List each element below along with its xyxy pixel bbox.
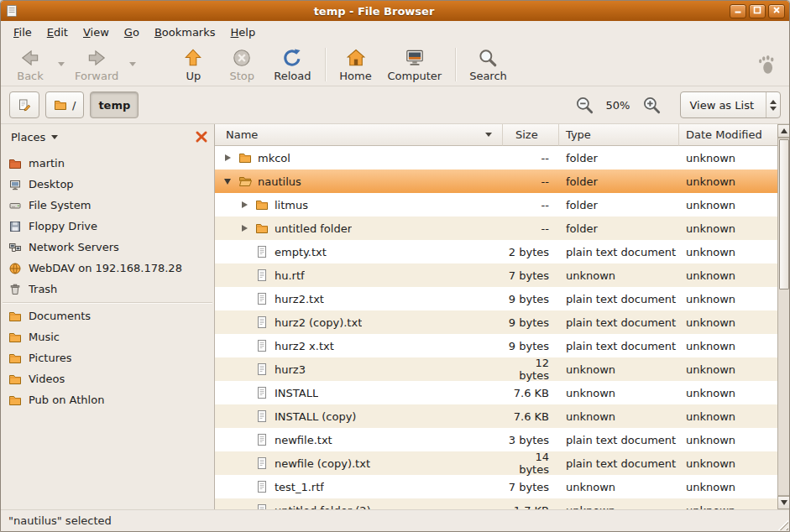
column-header-type[interactable]: Type: [559, 124, 679, 146]
chevron-down-icon: [129, 62, 136, 66]
zoom-out-button[interactable]: [573, 94, 595, 116]
table-row-litmus[interactable]: litmus--folderunknown: [215, 193, 777, 216]
file-rows: mkcol--folderunknownnautilus--folderunkn…: [215, 146, 777, 509]
table-row-test-1-rtf[interactable]: test_1.rtf7 bytesunknownunknown: [215, 475, 777, 498]
computer-button[interactable]: Computer: [380, 45, 450, 83]
sidebar-item-documents[interactable]: Documents: [1, 305, 214, 326]
zoom-in-button[interactable]: [641, 94, 662, 116]
close-button[interactable]: [768, 4, 785, 18]
expander-placeholder: [238, 457, 250, 469]
expander-collapsed-icon[interactable]: [238, 222, 250, 234]
sidebar-item-network-servers[interactable]: Network Servers: [1, 237, 214, 258]
menu-item-edit[interactable]: Edit: [39, 23, 76, 41]
file-list-pane: Name Size Type Date Modified mkcol--fold…: [215, 124, 790, 509]
path-current-button[interactable]: temp: [90, 91, 139, 118]
table-row-newfile-copy-txt[interactable]: newfile (copy).txt14 bytesplain text doc…: [215, 451, 777, 475]
file-date-modified: unknown: [679, 199, 777, 211]
table-row-newfile-txt[interactable]: newfile.txt3 bytesplain text documentunk…: [215, 428, 777, 451]
file-size: 12 bytes: [503, 357, 559, 382]
table-row-hu-rtf[interactable]: hu.rtf7 bytesunknownunknown: [215, 263, 777, 287]
titlebar[interactable]: temp - File Browser: [1, 1, 789, 21]
column-header-date-modified[interactable]: Date Modified: [679, 124, 777, 146]
menu-item-file[interactable]: File: [6, 23, 39, 41]
table-row-hurz2-copy-txt[interactable]: hurz2 (copy).txt9 bytesplain text docume…: [215, 310, 777, 334]
view-mode-select[interactable]: View as List: [680, 91, 781, 118]
sidebar-item-pub-on-athlon[interactable]: Pub on Athlon: [1, 389, 214, 410]
file-size: 7 bytes: [503, 481, 559, 493]
sidebar-item-martin[interactable]: martin: [1, 153, 214, 174]
maximize-button[interactable]: [749, 4, 766, 18]
file-type: plain text document: [559, 340, 679, 352]
file-size: --: [503, 199, 559, 211]
folder-icon: [54, 98, 67, 112]
table-row-hurz3[interactable]: hurz312 bytesunknownunknown: [215, 357, 777, 381]
column-header-name[interactable]: Name: [215, 124, 503, 146]
up-button[interactable]: Up: [169, 45, 217, 83]
expander-collapsed-icon[interactable]: [222, 152, 233, 164]
resize-grip[interactable]: [775, 517, 788, 530]
table-row-empty-txt[interactable]: empty.txt2 bytesplain text documentunkno…: [215, 240, 777, 263]
search-button[interactable]: Search: [462, 45, 515, 83]
expander-placeholder: [238, 293, 250, 305]
table-row-nautilus[interactable]: nautilus--folderunknown: [215, 170, 777, 193]
folder-icon: [238, 151, 252, 164]
sidebar-item-music[interactable]: Music: [1, 326, 214, 347]
folder-home-icon: [8, 157, 22, 170]
file-type: unknown: [559, 387, 679, 399]
forward-button: Forward: [67, 45, 126, 83]
up-icon: [182, 47, 204, 69]
sidebar-item-file-system[interactable]: File System: [1, 195, 214, 216]
sort-indicator-icon: [485, 133, 492, 137]
vertical-scrollbar[interactable]: [777, 124, 790, 509]
sidebar-item-desktop[interactable]: Desktop: [1, 174, 214, 195]
sidebar-item-label: Trash: [29, 283, 57, 295]
expander-collapsed-icon[interactable]: [238, 199, 250, 211]
file-size: 9 bytes: [503, 316, 559, 329]
menu-item-bookmarks[interactable]: Bookmarks: [147, 23, 223, 41]
menu-item-view[interactable]: View: [76, 23, 117, 41]
table-row-hurz2-x-txt[interactable]: hurz2 x.txt9 bytesplain text documentunk…: [215, 334, 777, 357]
reload-button[interactable]: Reload: [266, 45, 318, 83]
home-icon: [345, 47, 367, 69]
home-button[interactable]: Home: [332, 45, 380, 83]
menu-item-help[interactable]: Help: [223, 23, 264, 41]
table-row-untitled-folder[interactable]: untitled folder--folderunknown: [215, 216, 777, 240]
table-row-hurz2-txt[interactable]: hurz2.txt9 bytesplain text documentunkno…: [215, 287, 777, 310]
table-row-install-copy[interactable]: INSTALL (copy)7.6 KBunknownunknown: [215, 404, 777, 428]
scroll-up-button[interactable]: [777, 124, 790, 138]
scroll-down-button[interactable]: [777, 496, 790, 509]
minimize-button[interactable]: [730, 4, 746, 18]
table-row-install[interactable]: INSTALL7.6 KBunknownunknown: [215, 381, 777, 404]
window-icon: [5, 4, 18, 18]
file-name: mkcol: [258, 152, 290, 164]
scrollbar-thumb[interactable]: [779, 139, 789, 289]
file-name: INSTALL: [275, 387, 318, 399]
sidebar-item-videos[interactable]: Videos: [1, 368, 214, 389]
file-type: unknown: [559, 410, 679, 423]
name-cell: litmus: [215, 198, 503, 211]
view-mode-spinner[interactable]: [766, 92, 780, 117]
sidebar-item-webdav-on-192-168-178-28[interactable]: WebDAV on 192.168.178.28: [1, 258, 214, 279]
name-cell: INSTALL (copy): [215, 409, 503, 423]
path-root-button[interactable]: /: [45, 91, 84, 118]
file-date-modified: unknown: [679, 434, 777, 446]
sidebar-item-floppy-drive[interactable]: Floppy Drive: [1, 216, 214, 237]
name-cell: hurz2 x.txt: [215, 339, 503, 352]
reload-icon: [281, 47, 303, 69]
table-row-mkcol[interactable]: mkcol--folderunknown: [215, 146, 777, 170]
name-cell: empty.txt: [215, 245, 503, 258]
sidebar-item-pictures[interactable]: Pictures: [1, 347, 214, 368]
expander-placeholder: [238, 269, 250, 281]
scrollbar-trough[interactable]: [777, 138, 790, 496]
expander-expanded-icon[interactable]: [222, 175, 233, 187]
sidebar-close-button[interactable]: [194, 129, 209, 144]
list-header: Name Size Type Date Modified: [215, 124, 777, 146]
table-row-untitled-folder-2[interactable]: untitled folder (2)1.7 KBunknownunknown: [215, 498, 777, 509]
location-bar: / temp 50% View as List: [1, 86, 789, 124]
places-dropdown-button[interactable]: Places: [4, 128, 65, 147]
column-header-size-label: Size: [515, 128, 538, 141]
sidebar-item-trash[interactable]: Trash: [1, 279, 214, 300]
menu-item-go[interactable]: Go: [117, 23, 147, 41]
column-header-size[interactable]: Size: [503, 124, 559, 146]
edit-location-button[interactable]: [9, 91, 39, 118]
